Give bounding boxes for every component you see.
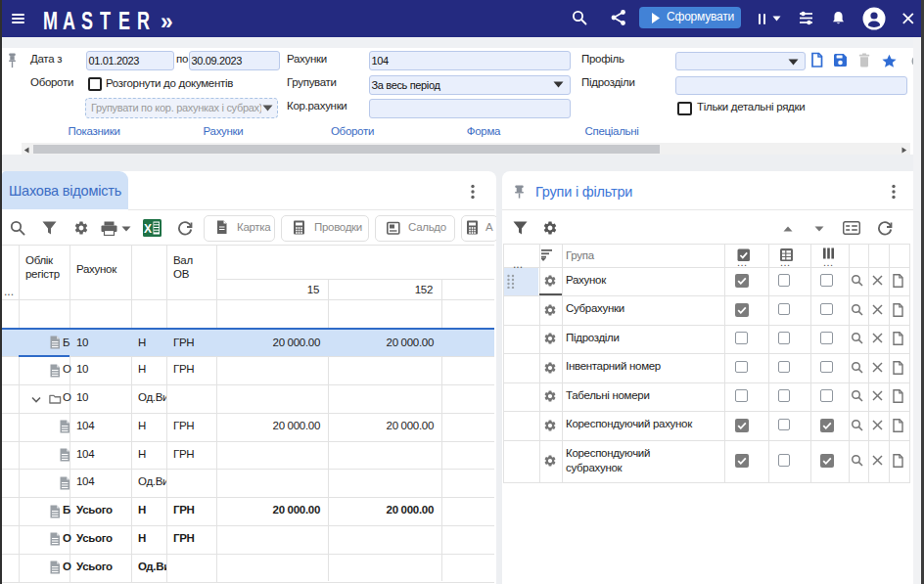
svg-text:X: X [144,222,152,236]
